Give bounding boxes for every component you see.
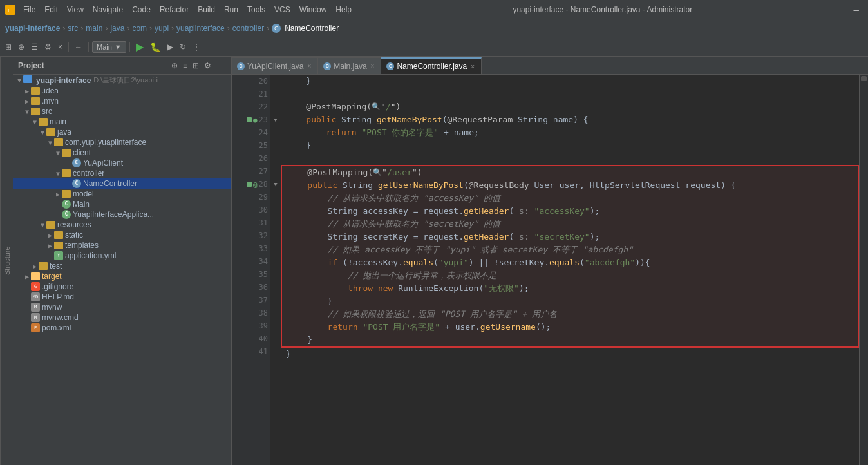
- toolbar-layout-btn[interactable]: ⊞: [3, 41, 14, 53]
- sidebar-close-btn[interactable]: —: [214, 61, 226, 71]
- sep2: ›: [80, 24, 83, 33]
- breadcrumb-namecontroller[interactable]: NameController: [285, 24, 339, 33]
- breadcrumb-src[interactable]: src: [68, 24, 78, 33]
- main-java-label: Main: [73, 200, 90, 209]
- fold-20: [270, 75, 281, 88]
- tree-item-com[interactable]: ▼ com.yupi.yuapiinterface: [13, 137, 231, 147]
- fold-arrow-23: ▼: [274, 117, 277, 123]
- sidebar-gear-btn[interactable]: ⚙: [202, 61, 213, 71]
- tree-item-test[interactable]: ▶ test: [13, 261, 231, 271]
- breadcrumb-main[interactable]: main: [86, 24, 102, 33]
- tree-item-pomxml[interactable]: ▶ P pom.xml: [13, 323, 231, 333]
- menu-tools[interactable]: Tools: [243, 4, 269, 15]
- tree-item-java[interactable]: ▼ java: [13, 127, 231, 137]
- static-label: static: [65, 231, 83, 240]
- tab-close-main[interactable]: ×: [370, 62, 376, 70]
- fold-35: [270, 268, 281, 281]
- tree-item-resources[interactable]: ▼ resources: [13, 220, 231, 230]
- tree-item-gitignore[interactable]: ▶ G .gitignore: [13, 281, 231, 292]
- tab-namecontroller[interactable]: C NameController.java ×: [381, 57, 482, 74]
- linenum-31: 31: [259, 218, 268, 227]
- java-label: java: [57, 128, 71, 137]
- tab-close-yuapiclient[interactable]: ×: [306, 62, 312, 70]
- tree-item-yuapiclient[interactable]: ▶ C YuApiClient: [13, 158, 231, 168]
- breadcrumb-controller[interactable]: controller: [232, 24, 264, 33]
- tree-item-model[interactable]: ▶ model: [13, 189, 231, 199]
- tree-item-idea[interactable]: ▶ .idea: [13, 86, 231, 96]
- toolbar-list-btn[interactable]: ☰: [28, 41, 41, 53]
- minimize-button[interactable]: —: [850, 5, 863, 15]
- toolbar-add-btn[interactable]: ⊕: [15, 41, 27, 53]
- tab-label-main: Main.java: [334, 62, 366, 71]
- tree-item-main-java[interactable]: ▶ C Main: [13, 199, 231, 209]
- bookmark-23: [247, 117, 252, 122]
- structure-tab[interactable]: Structure: [0, 57, 13, 465]
- sep5: ›: [149, 24, 152, 33]
- branch-selector[interactable]: Main ▼: [92, 41, 126, 53]
- sidebar-expand-btn[interactable]: ⊞: [191, 61, 201, 71]
- gitignore-label: .gitignore: [42, 282, 73, 291]
- coverage-button[interactable]: ▶: [165, 41, 176, 53]
- tree-item-mvn[interactable]: ▶ .mvn: [13, 96, 231, 106]
- tree-item-templates[interactable]: ▶ templates: [13, 240, 231, 251]
- menu-run[interactable]: Run: [220, 4, 242, 15]
- menu-edit[interactable]: Edit: [41, 4, 62, 15]
- sidebar-collapse-btn[interactable]: ≡: [181, 61, 189, 71]
- tree-item-namecontroller[interactable]: ▶ C NameController: [13, 178, 231, 189]
- menu-vcs[interactable]: VCS: [270, 4, 294, 15]
- more-btn[interactable]: ⋮: [190, 41, 203, 53]
- tree-item-client[interactable]: ▼ client: [13, 147, 231, 158]
- fold-28[interactable]: ▼: [270, 178, 281, 191]
- java-icon-namecontroller: C: [72, 179, 81, 188]
- menu-help[interactable]: Help: [332, 4, 355, 15]
- controller-label: controller: [73, 169, 104, 178]
- arrow-idea: ▶: [23, 88, 31, 95]
- menu-build[interactable]: Build: [194, 4, 219, 15]
- right-scrollbar[interactable]: [859, 75, 868, 465]
- toolbar-settings-btn[interactable]: ⚙: [42, 41, 54, 53]
- fold-23[interactable]: ▼: [270, 113, 281, 126]
- tree-item-main[interactable]: ▼ main: [13, 117, 231, 127]
- tree-item-controller[interactable]: ▼ controller: [13, 168, 231, 178]
- tree-item-helpmd[interactable]: ▶ MD HELP.md: [13, 292, 231, 302]
- toolbar-close-panel-btn[interactable]: ×: [55, 41, 65, 53]
- linenum-27: 27: [259, 167, 268, 176]
- tree-item-appyml[interactable]: ▶ Y application.yml: [13, 251, 231, 261]
- breadcrumb-project[interactable]: yuapi-interface: [5, 24, 60, 33]
- breadcrumb-java[interactable]: java: [110, 24, 124, 33]
- tab-yuapiclient[interactable]: C YuApiClient.java ×: [232, 57, 318, 74]
- sidebar-add-btn[interactable]: ⊕: [169, 61, 180, 71]
- menu-file[interactable]: File: [19, 4, 39, 15]
- tree-item-src[interactable]: ▼ src: [13, 106, 231, 117]
- idea-label: .idea: [42, 86, 59, 95]
- tree-item-target[interactable]: ▶ target: [13, 271, 231, 281]
- tab-main[interactable]: C Main.java ×: [318, 57, 381, 74]
- helpmd-label: HELP.md: [42, 292, 74, 301]
- debug-button[interactable]: 🐛: [147, 41, 164, 53]
- tab-close-namecontroller[interactable]: ×: [469, 63, 476, 70]
- breadcrumb-yupi[interactable]: yupi: [155, 24, 169, 33]
- code-content[interactable]: } @PostMapping(🔍"/") public String getNa…: [281, 75, 859, 465]
- tree-item-static[interactable]: ▶ static: [13, 230, 231, 240]
- breadcrumb-com[interactable]: com: [132, 24, 147, 33]
- menu-code[interactable]: Code: [128, 4, 155, 15]
- mvnwcmd-icon: M: [31, 313, 40, 322]
- pomxml-label: pom.xml: [42, 323, 71, 332]
- code-editor[interactable]: 20 21 22 ● 23 24 25: [232, 75, 868, 465]
- run-button[interactable]: ▶: [133, 39, 146, 54]
- menu-refactor[interactable]: Refactor: [156, 4, 193, 15]
- gutter-24: 24: [232, 126, 270, 139]
- arrow-src: ▼: [23, 108, 31, 115]
- code-line-34: if (!accessKey.equals("yupi") || !secret…: [287, 256, 853, 269]
- tree-item-mvnw[interactable]: ▶ M mvnw: [13, 302, 231, 312]
- menu-view[interactable]: View: [63, 4, 88, 15]
- toolbar-back-btn[interactable]: ←: [72, 41, 85, 53]
- breadcrumb-yuapiinterface[interactable]: yuapiinterface: [176, 24, 225, 33]
- menu-bar: File Edit View Navigate Code Refactor Bu…: [19, 4, 355, 15]
- menu-window[interactable]: Window: [296, 4, 331, 15]
- tree-item-root[interactable]: ▼ yuapi-interface D:\星球项目2\yuapi-i: [13, 75, 231, 86]
- refresh-button[interactable]: ↻: [177, 41, 189, 53]
- tree-item-mvnwcmd[interactable]: ▶ M mvnw.cmd: [13, 312, 231, 323]
- tree-item-yuapiapp[interactable]: ▶ C YuapiInterfaceApplica...: [13, 209, 231, 220]
- menu-navigate[interactable]: Navigate: [89, 4, 127, 15]
